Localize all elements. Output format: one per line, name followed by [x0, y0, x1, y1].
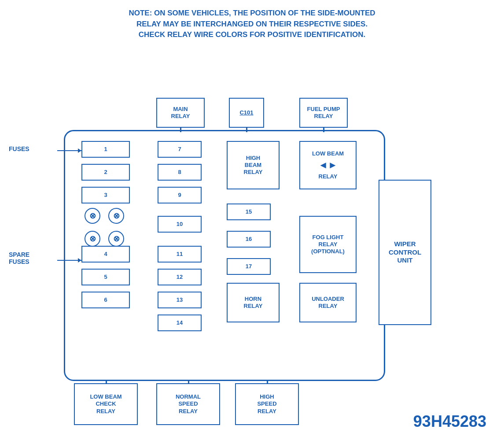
fuse-slot-9: 9 — [158, 187, 202, 204]
spare-fuse-circle-1: ⊗ — [85, 208, 100, 224]
fuse-slot-6: 6 — [81, 292, 130, 308]
horn-relay: HORN RELAY — [227, 283, 280, 322]
fuse-slot-15: 15 — [227, 204, 271, 220]
fuse-slot-5: 5 — [81, 269, 130, 285]
spare-fuses-arrow — [57, 260, 81, 261]
normal-speed-relay: NORMAL SPEED RELAY — [156, 383, 220, 425]
fuse-slot-3: 3 — [81, 187, 130, 204]
fuse-slot-4: 4 — [81, 246, 130, 263]
low-beam-check-relay: LOW BEAM CHECK RELAY — [74, 383, 138, 425]
fuse-slot-2: 2 — [81, 164, 130, 181]
fog-light-relay: FOG LIGHT RELAY (OPTIONAL) — [299, 216, 357, 273]
fuse-slot-1: 1 — [81, 141, 130, 158]
fuses-label: FUSES — [9, 145, 29, 152]
fuse-slot-17: 17 — [227, 258, 271, 275]
spare-fuse-circle-4: ⊗ — [108, 231, 124, 247]
fuse-slot-12: 12 — [158, 269, 202, 285]
low-beam-relay: LOW BEAM ◄► RELAY — [299, 141, 357, 189]
fuse-slot-8: 8 — [158, 164, 202, 181]
fuse-slot-7: 7 — [158, 141, 202, 158]
fuse-slot-13: 13 — [158, 292, 202, 308]
fuse-slot-14: 14 — [158, 314, 202, 331]
fuses-arrow — [57, 150, 81, 151]
fuse-slot-11: 11 — [158, 246, 202, 263]
high-speed-relay: HIGH SPEED RELAY — [235, 383, 299, 425]
spare-fuse-circle-2: ⊗ — [108, 208, 124, 224]
spare-fuse-circle-3: ⊗ — [85, 231, 100, 247]
part-number: 93H45283 — [413, 412, 486, 431]
fuse-slot-16: 16 — [227, 231, 271, 248]
diagram-container: NOTE: ON SOME VEHICLES, THE POSITION OF … — [0, 0, 504, 444]
fuel-pump-relay-box: FUEL PUMP RELAY — [299, 98, 348, 128]
unloader-relay: UNLOADER RELAY — [299, 283, 357, 322]
spare-fuses-label: SPARE FUSES — [9, 251, 29, 265]
note-text: NOTE: ON SOME VEHICLES, THE POSITION OF … — [9, 8, 495, 41]
fuse-slot-10: 10 — [158, 216, 202, 233]
c101-box: C101 — [229, 98, 264, 128]
main-relay-box: MAIN RELAY — [156, 98, 205, 128]
high-beam-relay: HIGH BEAM RELAY — [227, 141, 280, 189]
wiper-control-unit: WIPER CONTROL UNIT — [379, 180, 431, 325]
